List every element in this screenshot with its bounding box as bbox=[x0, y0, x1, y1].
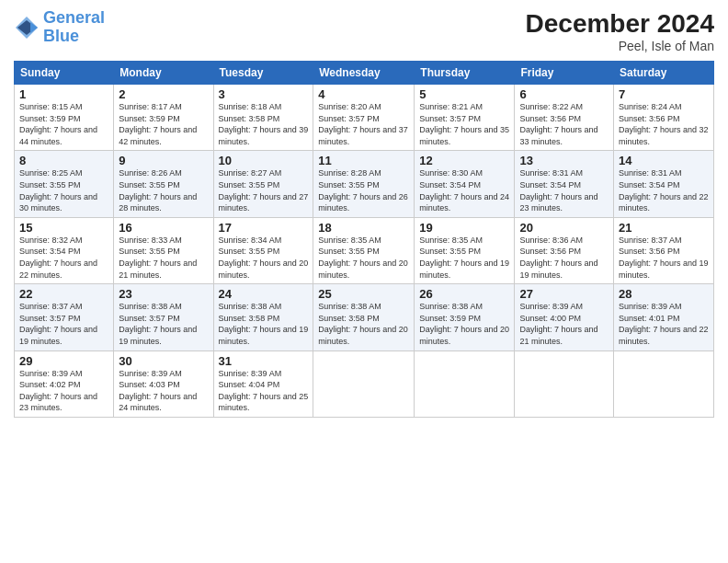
day-number: 9 bbox=[119, 154, 208, 167]
day-number: 7 bbox=[619, 87, 709, 101]
week-row-4: 22Sunrise: 8:37 AM Sunset: 3:57 PM Dayli… bbox=[15, 284, 714, 350]
day-number: 19 bbox=[419, 221, 509, 235]
week-row-2: 8Sunrise: 8:25 AM Sunset: 3:55 PM Daylig… bbox=[15, 151, 714, 217]
day-detail: Sunrise: 8:37 AM Sunset: 3:57 PM Dayligh… bbox=[19, 301, 108, 347]
day-detail: Sunrise: 8:35 AM Sunset: 3:55 PM Dayligh… bbox=[318, 235, 409, 281]
day-number: 20 bbox=[519, 221, 609, 235]
logo: General Blue bbox=[14, 9, 105, 46]
day-number: 22 bbox=[19, 287, 108, 301]
calendar-cell: 4Sunrise: 8:20 AM Sunset: 3:57 PM Daylig… bbox=[313, 85, 415, 151]
calendar-cell: 20Sunrise: 8:36 AM Sunset: 3:56 PM Dayli… bbox=[515, 217, 614, 283]
day-number: 12 bbox=[419, 154, 509, 167]
calendar-cell: 2Sunrise: 8:17 AM Sunset: 3:59 PM Daylig… bbox=[114, 85, 213, 151]
calendar-cell: 31Sunrise: 8:39 AM Sunset: 4:04 PM Dayli… bbox=[213, 350, 313, 417]
day-detail: Sunrise: 8:38 AM Sunset: 3:58 PM Dayligh… bbox=[219, 301, 309, 347]
day-number: 30 bbox=[119, 354, 208, 368]
calendar-cell: 23Sunrise: 8:38 AM Sunset: 3:57 PM Dayli… bbox=[114, 284, 213, 350]
calendar-cell: 28Sunrise: 8:39 AM Sunset: 4:01 PM Dayli… bbox=[614, 284, 714, 350]
day-number: 11 bbox=[318, 154, 409, 167]
calendar-subtitle: Peel, Isle of Man bbox=[526, 39, 714, 53]
day-detail: Sunrise: 8:39 AM Sunset: 4:01 PM Dayligh… bbox=[619, 301, 709, 347]
day-number: 23 bbox=[119, 287, 208, 301]
calendar-cell bbox=[515, 350, 614, 417]
day-detail: Sunrise: 8:35 AM Sunset: 3:55 PM Dayligh… bbox=[419, 235, 509, 281]
day-number: 15 bbox=[19, 221, 108, 235]
calendar-cell: 30Sunrise: 8:39 AM Sunset: 4:03 PM Dayli… bbox=[114, 350, 213, 417]
logo-text: General Blue bbox=[43, 9, 105, 46]
day-number: 1 bbox=[19, 87, 108, 101]
calendar-header-row: SundayMondayTuesdayWednesdayThursdayFrid… bbox=[15, 62, 714, 85]
day-header-sunday: Sunday bbox=[15, 62, 114, 85]
day-number: 4 bbox=[318, 87, 409, 101]
calendar-cell bbox=[614, 350, 714, 417]
day-header-tuesday: Tuesday bbox=[213, 62, 313, 85]
calendar-cell: 15Sunrise: 8:32 AM Sunset: 3:54 PM Dayli… bbox=[15, 217, 114, 283]
calendar-cell: 26Sunrise: 8:38 AM Sunset: 3:59 PM Dayli… bbox=[415, 284, 515, 350]
calendar-cell: 6Sunrise: 8:22 AM Sunset: 3:56 PM Daylig… bbox=[515, 85, 614, 151]
day-detail: Sunrise: 8:30 AM Sunset: 3:54 PM Dayligh… bbox=[419, 167, 509, 213]
day-detail: Sunrise: 8:39 AM Sunset: 4:00 PM Dayligh… bbox=[519, 301, 609, 347]
calendar-cell: 13Sunrise: 8:31 AM Sunset: 3:54 PM Dayli… bbox=[515, 151, 614, 217]
day-number: 17 bbox=[219, 221, 309, 235]
svg-marker-2 bbox=[30, 22, 38, 33]
calendar-cell: 12Sunrise: 8:30 AM Sunset: 3:54 PM Dayli… bbox=[415, 151, 515, 217]
day-detail: Sunrise: 8:38 AM Sunset: 3:59 PM Dayligh… bbox=[419, 301, 509, 347]
calendar-cell: 29Sunrise: 8:39 AM Sunset: 4:02 PM Dayli… bbox=[15, 350, 114, 417]
calendar-cell: 11Sunrise: 8:28 AM Sunset: 3:55 PM Dayli… bbox=[313, 151, 415, 217]
day-detail: Sunrise: 8:31 AM Sunset: 3:54 PM Dayligh… bbox=[619, 167, 709, 213]
day-detail: Sunrise: 8:28 AM Sunset: 3:55 PM Dayligh… bbox=[318, 167, 409, 213]
day-number: 10 bbox=[219, 154, 309, 167]
day-detail: Sunrise: 8:37 AM Sunset: 3:56 PM Dayligh… bbox=[619, 235, 709, 281]
calendar-cell: 17Sunrise: 8:34 AM Sunset: 3:55 PM Dayli… bbox=[213, 217, 313, 283]
day-detail: Sunrise: 8:20 AM Sunset: 3:57 PM Dayligh… bbox=[318, 101, 409, 147]
title-block: December 2024 Peel, Isle of Man bbox=[526, 9, 714, 53]
day-number: 13 bbox=[519, 154, 609, 167]
day-detail: Sunrise: 8:26 AM Sunset: 3:55 PM Dayligh… bbox=[119, 167, 208, 213]
day-number: 2 bbox=[119, 87, 208, 101]
calendar-cell: 27Sunrise: 8:39 AM Sunset: 4:00 PM Dayli… bbox=[515, 284, 614, 350]
day-number: 26 bbox=[419, 287, 509, 301]
calendar-cell: 24Sunrise: 8:38 AM Sunset: 3:58 PM Dayli… bbox=[213, 284, 313, 350]
calendar-cell: 21Sunrise: 8:37 AM Sunset: 3:56 PM Dayli… bbox=[614, 217, 714, 283]
calendar-cell: 25Sunrise: 8:38 AM Sunset: 3:58 PM Dayli… bbox=[313, 284, 415, 350]
header: General Blue December 2024 Peel, Isle of… bbox=[14, 9, 714, 53]
day-detail: Sunrise: 8:33 AM Sunset: 3:55 PM Dayligh… bbox=[119, 235, 208, 281]
day-detail: Sunrise: 8:17 AM Sunset: 3:59 PM Dayligh… bbox=[119, 101, 208, 147]
day-detail: Sunrise: 8:36 AM Sunset: 3:56 PM Dayligh… bbox=[519, 235, 609, 281]
calendar-table: SundayMondayTuesdayWednesdayThursdayFrid… bbox=[14, 61, 714, 418]
logo-icon bbox=[14, 15, 40, 40]
day-number: 29 bbox=[19, 354, 108, 368]
calendar-cell: 3Sunrise: 8:18 AM Sunset: 3:58 PM Daylig… bbox=[213, 85, 313, 151]
day-detail: Sunrise: 8:38 AM Sunset: 3:57 PM Dayligh… bbox=[119, 301, 208, 347]
day-number: 21 bbox=[619, 221, 709, 235]
calendar-cell: 18Sunrise: 8:35 AM Sunset: 3:55 PM Dayli… bbox=[313, 217, 415, 283]
day-header-wednesday: Wednesday bbox=[313, 62, 415, 85]
calendar-cell: 9Sunrise: 8:26 AM Sunset: 3:55 PM Daylig… bbox=[114, 151, 213, 217]
day-header-thursday: Thursday bbox=[415, 62, 515, 85]
day-number: 24 bbox=[219, 287, 309, 301]
day-detail: Sunrise: 8:32 AM Sunset: 3:54 PM Dayligh… bbox=[19, 235, 108, 281]
calendar-cell: 8Sunrise: 8:25 AM Sunset: 3:55 PM Daylig… bbox=[15, 151, 114, 217]
calendar-cell: 14Sunrise: 8:31 AM Sunset: 3:54 PM Dayli… bbox=[614, 151, 714, 217]
day-detail: Sunrise: 8:18 AM Sunset: 3:58 PM Dayligh… bbox=[219, 101, 309, 147]
day-detail: Sunrise: 8:21 AM Sunset: 3:57 PM Dayligh… bbox=[419, 101, 509, 147]
calendar-cell: 7Sunrise: 8:24 AM Sunset: 3:56 PM Daylig… bbox=[614, 85, 714, 151]
day-header-saturday: Saturday bbox=[614, 62, 714, 85]
day-detail: Sunrise: 8:25 AM Sunset: 3:55 PM Dayligh… bbox=[19, 167, 108, 213]
day-number: 25 bbox=[318, 287, 409, 301]
calendar-cell: 22Sunrise: 8:37 AM Sunset: 3:57 PM Dayli… bbox=[15, 284, 114, 350]
day-detail: Sunrise: 8:24 AM Sunset: 3:56 PM Dayligh… bbox=[619, 101, 709, 147]
day-header-friday: Friday bbox=[515, 62, 614, 85]
calendar-cell bbox=[415, 350, 515, 417]
day-number: 8 bbox=[19, 154, 108, 167]
day-detail: Sunrise: 8:39 AM Sunset: 4:04 PM Dayligh… bbox=[219, 368, 309, 414]
calendar-cell: 16Sunrise: 8:33 AM Sunset: 3:55 PM Dayli… bbox=[114, 217, 213, 283]
calendar-cell bbox=[313, 350, 415, 417]
day-detail: Sunrise: 8:31 AM Sunset: 3:54 PM Dayligh… bbox=[519, 167, 609, 213]
calendar-title: December 2024 bbox=[526, 9, 714, 39]
week-row-3: 15Sunrise: 8:32 AM Sunset: 3:54 PM Dayli… bbox=[15, 217, 714, 283]
day-number: 14 bbox=[619, 154, 709, 167]
day-detail: Sunrise: 8:38 AM Sunset: 3:58 PM Dayligh… bbox=[318, 301, 409, 347]
day-detail: Sunrise: 8:15 AM Sunset: 3:59 PM Dayligh… bbox=[19, 101, 108, 147]
week-row-1: 1Sunrise: 8:15 AM Sunset: 3:59 PM Daylig… bbox=[15, 85, 714, 151]
